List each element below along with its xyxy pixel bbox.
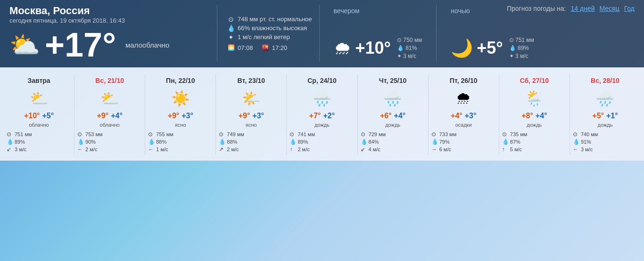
day-pressure-icon: ⊙ <box>219 131 225 138</box>
day-condition: ясно <box>175 122 186 129</box>
day-humidity-icon: 💧 <box>7 139 13 145</box>
day-condition: ясно <box>246 122 257 129</box>
night-pressure-icon: ⊙ <box>509 37 514 43</box>
current-condition: малооблачно <box>125 41 169 49</box>
day-wind-dir-icon: ↑ <box>289 146 296 153</box>
day-temps: +5° +1° <box>592 112 618 120</box>
day-wind: 3 м/с <box>15 147 26 152</box>
day-weather-icon: ⛅ <box>100 87 119 110</box>
humidity-icon: 💧 <box>227 24 235 32</box>
forecast-month-link[interactable]: Месяц <box>599 5 619 12</box>
day-wind: 2 м/с <box>227 147 239 152</box>
day-card[interactable]: Завтра ⛅ +10° +5° облачно ⊙ 751 мм 💧 89%… <box>4 74 74 155</box>
day-wind: 6 м/с <box>439 147 451 152</box>
day-wind-dir-icon: ↙ <box>361 146 367 153</box>
night-label: ночью <box>451 7 470 15</box>
day-card[interactable]: Пт, 26/10 🌨 +4° +3° осадки ⊙ 733 мм 💧 79… <box>429 74 499 155</box>
day-pressure: 729 мм <box>369 131 386 137</box>
day-temps: +9° +3° <box>239 112 264 120</box>
day-wind-dir-icon: ← <box>77 146 84 153</box>
temp-day: +8° <box>521 112 533 120</box>
wind-icon: ✦ <box>227 33 235 41</box>
current-temp: +17° <box>45 28 116 62</box>
day-temps: +7° +2° <box>309 112 335 120</box>
day-condition: осадки <box>455 122 472 129</box>
day-wind-dir-icon: → <box>431 146 438 153</box>
day-pressure: 733 мм <box>439 131 457 137</box>
temp-day: +7° <box>309 112 321 120</box>
day-humidity: 90% <box>85 139 96 145</box>
day-card[interactable]: Пн, 22/10 ☀️ +9° +3° ясно ⊙ 755 мм 💧 88%… <box>145 74 216 155</box>
day-weather-icon: 🌧️ <box>595 87 614 110</box>
day-pressure-icon: ⊙ <box>148 131 155 138</box>
day-card[interactable]: Сб, 27/10 🌦️ +8° +4° дождь ⊙ 735 мм 💧 87… <box>499 74 570 155</box>
forecast-year-link[interactable]: Год <box>624 5 635 12</box>
day-pressure-icon: ⊙ <box>289 131 296 138</box>
day-pressure: 753 мм <box>85 131 103 137</box>
day-temps: +10° +5° <box>24 112 54 120</box>
day-label: Вс, 28/10 <box>591 77 619 84</box>
day-card[interactable]: Ср, 24/10 🌧️ +7° +2° дождь ⊙ 741 мм 💧 89… <box>287 74 357 155</box>
day-pressure: 741 мм <box>297 131 315 137</box>
current-weather-icon: ⛅ <box>9 33 40 57</box>
current-pressure: 748 мм рт. ст. нормальное <box>238 16 312 23</box>
evening-icon: 🌧 <box>334 38 352 58</box>
day-wind-dir-icon: ← <box>148 146 155 153</box>
day-temps: +6° +4° <box>380 112 405 120</box>
temp-night: +3° <box>182 112 193 120</box>
day-label: Вт, 23/10 <box>238 77 265 84</box>
temp-day: +10° <box>24 112 40 120</box>
temp-night: +4° <box>394 112 406 120</box>
day-condition: дождь <box>385 122 400 129</box>
evening-forecast: вечером 🌧 +10° ⊙ 750 мм 💧 81% ✦ 3 м/с <box>327 5 429 62</box>
forecast-label: Прогноз погоды на: <box>507 5 566 12</box>
pressure-icon: ⊙ <box>227 16 235 23</box>
day-pressure-icon: ⊙ <box>502 131 509 138</box>
day-wind-dir-icon: ← <box>573 146 579 153</box>
day-weather-icon: 🌤️ <box>242 87 261 110</box>
temp-day: +9° <box>97 112 109 120</box>
day-pressure: 735 мм <box>510 131 528 137</box>
day-wind: 1 м/с <box>156 147 168 152</box>
day-pressure: 755 мм <box>156 131 173 137</box>
night-humidity: 89% <box>518 45 529 51</box>
day-details: ⊙ 751 мм 💧 89% ↙ 3 м/с <box>7 131 71 153</box>
day-humidity: 79% <box>439 139 450 145</box>
day-pressure-icon: ⊙ <box>7 131 13 138</box>
current-weather-section: Москва, Россия сегодня пятница, 19 октяб… <box>9 5 207 62</box>
day-humidity: 84% <box>369 139 379 145</box>
day-wind-dir-icon: ↗ <box>219 146 225 153</box>
day-humidity-icon: 💧 <box>361 139 367 145</box>
night-icon: 🌙 <box>451 38 473 58</box>
day-label: Чт, 25/10 <box>379 77 406 84</box>
day-condition: облачно <box>100 122 120 129</box>
day-details: ⊙ 740 мм 💧 91% ← 3 м/с <box>573 131 637 153</box>
day-condition: дождь <box>314 122 330 129</box>
day-details: ⊙ 735 мм 💧 87% ↑ 5 м/с <box>502 131 567 153</box>
day-details: ⊙ 741 мм 💧 89% ↑ 2 м/с <box>289 131 354 153</box>
temp-day: +9° <box>239 112 250 120</box>
evening-pressure: 750 мм <box>403 37 422 43</box>
day-label: Завтра <box>27 77 50 84</box>
day-card[interactable]: Вс, 28/10 🌧️ +5° +1° дождь ⊙ 740 мм 💧 91… <box>570 74 640 155</box>
night-wind-icon: ✦ <box>509 53 514 59</box>
temp-night: +3° <box>252 112 264 120</box>
city-name: Москва, Россия <box>9 5 207 17</box>
evening-label: вечером <box>334 7 360 15</box>
day-wind: 4 м/с <box>369 147 380 152</box>
day-condition: дождь <box>597 122 612 129</box>
day-condition: облачно <box>29 122 49 129</box>
day-card[interactable]: Вс, 21/10 ⛅ +9° +4° облачно ⊙ 753 мм 💧 9… <box>74 74 145 155</box>
forecast-14days-link[interactable]: 14 дней <box>571 5 595 12</box>
day-details: ⊙ 755 мм 💧 88% ← 1 м/с <box>148 131 213 153</box>
current-details: ⊙ 748 мм рт. ст. нормальное 💧 66% влажно… <box>217 5 312 62</box>
temp-night: +3° <box>465 112 477 120</box>
day-card[interactable]: Чт, 25/10 🌧️ +6° +4° дождь ⊙ 729 мм 💧 84… <box>358 74 429 155</box>
day-humidity-icon: 💧 <box>77 139 84 145</box>
temp-day: +4° <box>451 112 462 120</box>
day-wind-dir-icon: ↑ <box>502 146 509 153</box>
forecast-links: Прогноз погоды на: 14 дней Месяц Год <box>507 5 635 12</box>
day-humidity-icon: 💧 <box>148 139 155 145</box>
day-pressure-icon: ⊙ <box>361 131 367 138</box>
day-card[interactable]: Вт, 23/10 🌤️ +9° +3° ясно ⊙ 749 мм 💧 88%… <box>216 74 287 155</box>
